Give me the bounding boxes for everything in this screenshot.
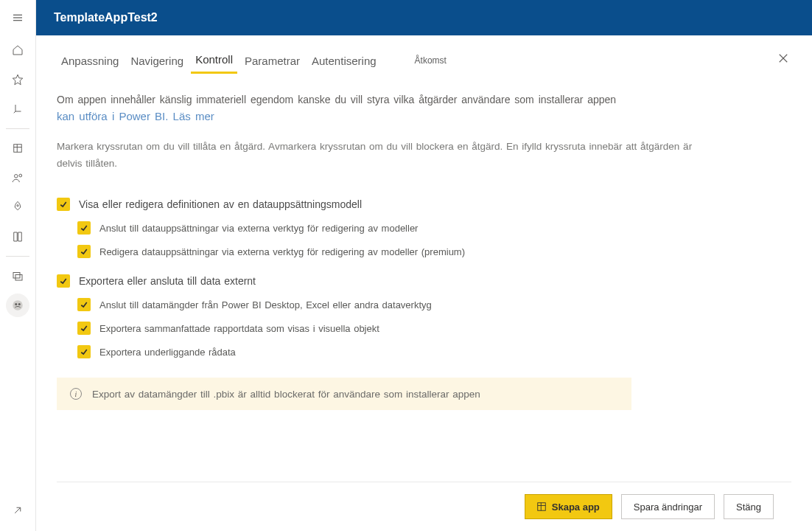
checkbox-export-underlying[interactable] [77, 345, 91, 358]
checkbox-connect-external-tools[interactable] [77, 221, 91, 235]
checkbox-edit-external-tools-premium[interactable] [77, 245, 91, 258]
main-column: TemplateAppTest2 Anpassning Navigering K… [36, 0, 812, 531]
close-panel-button[interactable] [775, 50, 791, 69]
info-icon: i [70, 388, 82, 400]
checkbox-export-summarized[interactable] [77, 322, 91, 335]
workspace-selected-icon [11, 299, 24, 312]
check-icon [59, 200, 68, 209]
app-title: TemplateAppTest2 [54, 11, 158, 24]
svg-point-12 [15, 303, 17, 305]
star-icon [11, 73, 24, 86]
nav-recent[interactable] [0, 94, 36, 124]
control-description-text: Om appen innehåller känslig immateriell … [57, 94, 616, 105]
settings-tabs: Anpassning Navigering Kontroll Parametra… [57, 50, 791, 74]
save-changes-label: Spara ändringar [634, 502, 702, 513]
check-icon [80, 324, 88, 333]
label-view-edit-model: Visa eller redigera definitionen av en d… [79, 198, 362, 210]
group-export-connect-external: Exportera eller ansluta till data extern… [57, 274, 791, 358]
close-icon [778, 53, 788, 63]
nav-favorites[interactable] [0, 65, 36, 94]
app-title-bar: TemplateAppTest2 [36, 0, 812, 35]
svg-point-7 [19, 174, 22, 177]
svg-point-8 [17, 205, 18, 206]
learn-more-link[interactable]: kan utföra i Power BI. Läs mer [57, 110, 214, 122]
book-icon [11, 230, 24, 243]
label-connect-datasets: Anslut till datamängder från Power BI De… [99, 299, 432, 310]
nav-shared[interactable] [0, 163, 36, 192]
svg-point-13 [18, 303, 21, 305]
nav-apps[interactable] [0, 133, 36, 163]
rail-divider-2 [6, 256, 29, 257]
close-label: Stäng [736, 502, 761, 513]
tab-authentication[interactable]: Autentisering [307, 52, 381, 73]
nav-expand[interactable] [0, 496, 36, 525]
checkbox-view-edit-model[interactable] [57, 198, 70, 211]
tab-control[interactable]: Kontroll [191, 50, 237, 74]
check-icon [80, 223, 88, 232]
nav-home[interactable] [0, 35, 36, 65]
rocket-icon [11, 201, 24, 214]
dialog-footer: Skapa app Spara ändringar Stäng [57, 482, 791, 531]
app-icon [11, 142, 24, 155]
hamburger-menu-button[interactable] [0, 0, 36, 35]
create-app-button[interactable]: Skapa app [525, 494, 612, 519]
control-description: Om appen innehåller känslig immateriell … [57, 91, 735, 125]
svg-rect-3 [14, 145, 22, 153]
svg-rect-16 [538, 503, 546, 511]
label-export-connect-external: Exportera eller ansluta till data extern… [79, 275, 256, 287]
create-app-icon [537, 502, 546, 511]
people-icon [11, 171, 24, 184]
tab-access[interactable]: Åtkomst [410, 52, 451, 72]
left-nav-rail [0, 0, 36, 531]
group-view-edit-model: Visa eller redigera definitionen av en d… [57, 198, 791, 258]
svg-rect-10 [15, 275, 22, 281]
checkbox-export-connect-external[interactable] [57, 274, 70, 288]
close-button[interactable]: Stäng [724, 494, 774, 519]
label-connect-external-tools: Anslut till datauppsättningar via extern… [99, 223, 418, 234]
check-icon [59, 277, 68, 285]
check-icon [80, 247, 88, 256]
workspaces-icon [11, 269, 24, 282]
create-app-label: Skapa app [552, 502, 600, 513]
check-icon [80, 347, 88, 356]
tab-branding[interactable]: Anpassning [57, 52, 123, 73]
svg-point-6 [15, 175, 18, 178]
svg-point-11 [13, 300, 23, 310]
nav-workspaces[interactable] [0, 261, 36, 291]
nav-learn[interactable] [0, 222, 36, 251]
info-banner-text: Export av datamängder till .pbix är allt… [92, 389, 480, 400]
tab-parameters[interactable]: Parametrar [240, 52, 304, 73]
hamburger-icon [11, 11, 24, 24]
label-export-underlying: Exportera underliggande rådata [99, 347, 236, 358]
nav-current-workspace[interactable] [6, 294, 29, 317]
control-sub-description: Markera kryssrutan om du vill tillåta en… [57, 139, 720, 173]
checkbox-connect-datasets[interactable] [77, 298, 91, 311]
save-changes-button[interactable]: Spara ändringar [621, 494, 715, 519]
check-icon [80, 300, 88, 309]
rail-divider [6, 128, 29, 129]
label-edit-external-tools-premium: Redigera datauppsättningar via externa v… [99, 246, 465, 257]
expand-arrow-icon [11, 504, 24, 517]
info-banner: i Export av datamängder till .pbix är al… [57, 378, 631, 410]
nav-deploy[interactable] [0, 192, 36, 222]
svg-rect-9 [13, 273, 20, 279]
home-icon [11, 44, 24, 57]
tab-navigation[interactable]: Navigering [126, 52, 188, 73]
label-export-summarized: Exportera sammanfattade rapportdata som … [99, 323, 379, 334]
recent-icon [11, 103, 24, 116]
